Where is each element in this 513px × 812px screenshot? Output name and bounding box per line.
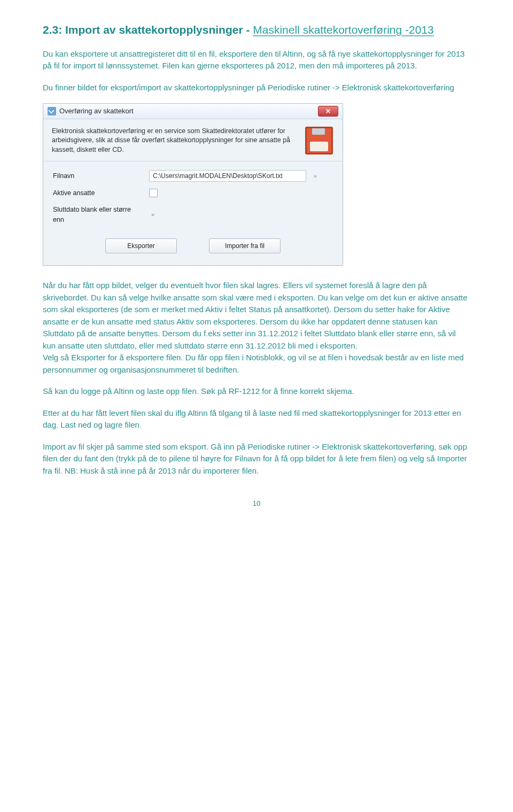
section-heading: 2.3: Import av skattekortopplysninger - … <box>43 21 470 38</box>
dialog-title-text: Overføring av skattekort <box>59 106 134 117</box>
label-filnavn: Filnavn <box>53 171 144 181</box>
row-aktive: Aktive ansatte <box>53 188 333 198</box>
window-icon <box>48 107 56 115</box>
dialog-description: Elektronisk skattekortoverføring er en s… <box>52 127 297 155</box>
paragraph-export-instructions: Når du har fått opp bildet, velger du ev… <box>43 280 470 376</box>
dialog-titlebar: Overføring av skattekort ✕ <box>43 104 343 119</box>
dialog-header: Elektronisk skattekortoverføring er en s… <box>43 119 343 161</box>
row-sluttdato: Sluttdato blank eller større enn » <box>53 205 333 225</box>
eksporter-button[interactable]: Eksporter <box>105 238 177 253</box>
paragraph-export-a: Når du har fått opp bildet, velger du ev… <box>43 281 468 350</box>
importer-button[interactable]: Importer fra fil <box>209 238 281 253</box>
browse-icon[interactable]: » <box>314 172 317 181</box>
paragraph-export-b: Velg så Eksporter for å eksportere filen… <box>43 353 464 374</box>
paragraph-download: Etter at du har fått levert filen skal d… <box>43 407 470 431</box>
paragraph-altinn: Så kan du logge på Altinn og laste opp f… <box>43 385 470 398</box>
page-number: 10 <box>43 498 470 509</box>
document-page: 2.3: Import av skattekortopplysninger - … <box>0 0 513 530</box>
close-button[interactable]: ✕ <box>318 106 338 117</box>
paragraph-location: Du finner bildet for eksport/import av s… <box>43 82 470 94</box>
input-filnavn[interactable]: C:\Users\magrit.MODALEN\Desktop\SKort.tx… <box>149 170 306 182</box>
label-sluttdato: Sluttdato blank eller større enn <box>53 205 144 225</box>
paragraph-import: Import av fil skjer på samme sted som ek… <box>43 441 470 477</box>
date-picker-icon[interactable]: » <box>151 210 154 219</box>
paragraph-intro: Du kan eksportere ut ansattregisteret di… <box>43 48 470 72</box>
dialog-skattekort-overforing: Overføring av skattekort ✕ Elektronisk s… <box>43 103 343 266</box>
floppy-disk-icon <box>304 126 334 156</box>
section-title-sub: Maskinell skattekortoverføring -2013 <box>253 24 433 36</box>
dialog-body: Filnavn C:\Users\magrit.MODALEN\Desktop\… <box>43 161 343 265</box>
label-aktive: Aktive ansatte <box>53 188 144 198</box>
checkbox-aktive[interactable] <box>149 189 158 197</box>
dialog-title-group: Overføring av skattekort <box>48 106 134 117</box>
row-filnavn: Filnavn C:\Users\magrit.MODALEN\Desktop\… <box>53 170 333 182</box>
section-number: 2.3: <box>43 24 62 36</box>
section-title-main: Import av skattekortopplysninger - <box>65 24 250 36</box>
close-icon: ✕ <box>325 106 331 116</box>
dialog-button-row: Eksporter Importer fra fil <box>53 238 333 253</box>
